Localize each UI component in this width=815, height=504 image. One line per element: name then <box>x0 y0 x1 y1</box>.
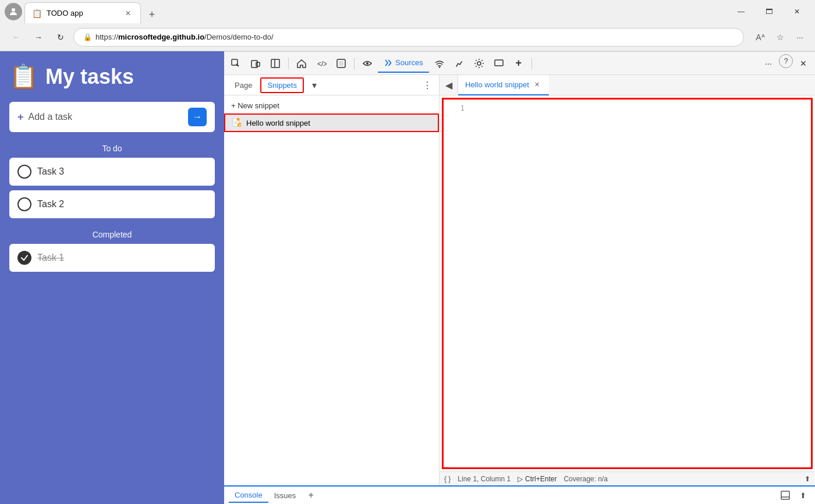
devtools-close-icon[interactable]: ✕ <box>794 54 813 73</box>
home-icon[interactable] <box>292 54 311 73</box>
url-display: https://microsoftedge.github.io/Demos/de… <box>95 33 274 41</box>
tabs-area: 📋 TODO app ✕ + <box>24 0 728 23</box>
todo-header: 📋 My tasks <box>9 63 215 90</box>
elements-icon[interactable]: </> <box>312 54 331 73</box>
layers-icon[interactable] <box>490 54 508 73</box>
address-input[interactable]: 🔒 https://microsoftedge.github.io/Demos/… <box>73 28 744 47</box>
read-mode-icon[interactable]: Aᴬ <box>752 29 768 45</box>
editor-back-icon[interactable]: ◀ <box>440 76 458 94</box>
forward-button[interactable]: → <box>29 28 48 47</box>
svg-rect-18 <box>781 491 789 499</box>
nav-more-icon[interactable]: ⋮ <box>420 78 434 92</box>
bottom-right-icons: ⬆ <box>778 488 810 503</box>
svg-point-12 <box>477 62 481 65</box>
profile-icon[interactable] <box>5 3 22 20</box>
svg-line-2 <box>236 64 239 66</box>
inspect-element-icon[interactable] <box>226 54 245 73</box>
line-number-1: 1 <box>460 104 465 112</box>
cursor-position: Line 1, Column 1 <box>458 475 511 483</box>
snippet-item-helloworld[interactable]: JS Hello world snippet <box>224 113 439 132</box>
todo-title: My tasks <box>45 65 134 89</box>
main-content: 📋 My tasks + Add a task → To do Task 3 T… <box>0 51 815 504</box>
devtools-content: Page Snippets ▾ ⋮ + New snippet <box>224 75 815 485</box>
svg-text:</>: </> <box>317 60 327 68</box>
bottom-upload-icon[interactable]: ⬆ <box>795 488 810 503</box>
editor-tab-close-button[interactable]: ✕ <box>533 80 542 89</box>
todo-item-task3[interactable]: Task 3 <box>9 158 215 186</box>
toolbar-separator-3 <box>531 58 532 69</box>
refresh-button[interactable]: ↻ <box>51 28 70 47</box>
device-emulation-icon[interactable] <box>246 54 265 73</box>
browser-more-button[interactable]: ··· <box>792 29 808 45</box>
upload-icon[interactable]: ⬆ <box>805 475 810 483</box>
minimize-button[interactable]: — <box>728 2 754 21</box>
sources-navigator: Page Snippets ▾ ⋮ + New snippet <box>224 75 440 485</box>
favorite-icon[interactable]: ☆ <box>772 29 788 45</box>
lock-icon: 🔒 <box>83 33 92 41</box>
settings-icon[interactable] <box>470 54 488 73</box>
coverage-label: Coverage: n/a <box>564 475 607 483</box>
new-tab-button[interactable]: + <box>143 6 161 23</box>
issues-tab[interactable]: Issues <box>268 489 302 502</box>
task2-circle-icon[interactable] <box>17 197 31 211</box>
todo-item-task2[interactable]: Task 2 <box>9 190 215 218</box>
tab-title: TODO app <box>47 9 118 17</box>
svg-text:JS: JS <box>239 123 242 127</box>
devtools-right-controls: ··· ? ✕ <box>759 54 813 73</box>
close-button[interactable]: ✕ <box>784 2 810 21</box>
editor-tab-helloworld[interactable]: Hello world snippet ✕ <box>458 75 549 95</box>
snippet-file-icon: JS <box>232 118 242 127</box>
sources-label: Sources <box>395 58 423 67</box>
tab-close-button[interactable]: ✕ <box>123 8 133 19</box>
help-icon[interactable]: ? <box>779 54 793 68</box>
todo-panel: 📋 My tasks + Add a task → To do Task 3 T… <box>0 51 224 504</box>
sources-list: + New snippet JS Hello worl <box>224 95 439 485</box>
add-task-bar[interactable]: + Add a task → <box>9 102 215 132</box>
snippets-tab[interactable]: Snippets <box>260 77 304 93</box>
task1-text: Task 1 <box>37 253 64 263</box>
add-panel-bottom-button[interactable]: + <box>304 488 318 502</box>
add-task-input[interactable]: Add a task <box>29 112 183 122</box>
title-bar: 📋 TODO app ✕ + — 🗖 ✕ <box>0 0 815 23</box>
toolbar-separator-1 <box>288 58 289 69</box>
svg-rect-9 <box>339 61 343 66</box>
performance-icon[interactable] <box>450 54 469 73</box>
url-path: /Demos/demo-to-do/ <box>204 33 274 41</box>
browser-frame: 📋 TODO app ✕ + — 🗖 ✕ ← → ↻ 🔒 https://mic… <box>0 0 815 504</box>
svg-rect-15 <box>237 118 239 120</box>
network-icon[interactable] <box>358 54 377 73</box>
todo-item-task1[interactable]: Task 1 <box>9 244 215 272</box>
code-editor-area[interactable]: 1 <box>442 98 813 469</box>
new-snippet-button[interactable]: + New snippet <box>224 98 439 113</box>
task2-text: Task 2 <box>37 199 64 210</box>
console-tab[interactable]: Console <box>229 488 268 503</box>
sources-tab-button[interactable]: Sources <box>378 54 429 73</box>
task3-circle-icon[interactable] <box>17 165 31 179</box>
status-right: ⬆ <box>805 475 810 483</box>
run-button[interactable]: ▷ Ctrl+Enter <box>518 475 557 483</box>
add-panel-icon[interactable]: + <box>509 54 528 73</box>
svg-rect-4 <box>256 62 260 66</box>
sidebar-toggle-icon[interactable] <box>266 54 285 73</box>
svg-point-11 <box>439 66 440 68</box>
console-icon[interactable] <box>332 54 350 73</box>
nav-dropdown-icon[interactable]: ▾ <box>307 78 321 92</box>
more-options-icon[interactable]: ··· <box>759 54 778 73</box>
back-button[interactable]: ← <box>7 28 26 47</box>
todo-clipboard-icon: 📋 <box>9 63 38 90</box>
toolbar-separator-2 <box>354 58 355 69</box>
snippet-name: Hello world snippet <box>246 119 310 127</box>
line-numbers: 1 <box>444 100 467 467</box>
browser-tab-active[interactable]: 📋 TODO app ✕ <box>24 2 141 23</box>
maximize-button[interactable]: 🗖 <box>756 2 782 21</box>
wifi-icon[interactable] <box>430 54 449 73</box>
svg-rect-5 <box>271 59 279 68</box>
add-task-submit-button[interactable]: → <box>188 108 207 126</box>
task3-text: Task 3 <box>37 166 64 177</box>
format-icon[interactable]: { } <box>444 475 451 483</box>
bottom-dock-icon[interactable] <box>778 488 793 503</box>
code-content[interactable] <box>467 100 811 467</box>
page-tab[interactable]: Page <box>229 79 258 92</box>
editor-tabs: ◀ Hello world snippet ✕ <box>440 75 815 95</box>
task1-circle-icon[interactable] <box>17 251 31 265</box>
